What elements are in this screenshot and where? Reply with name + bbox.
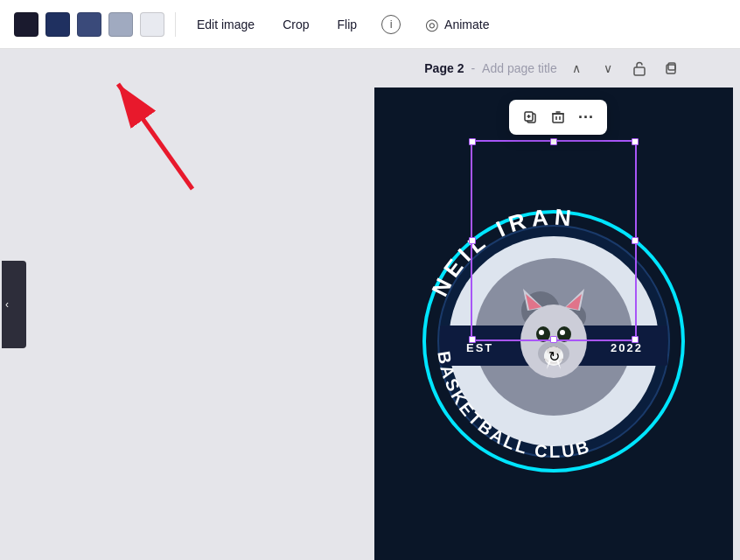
color-swatch-3[interactable] bbox=[77, 12, 101, 37]
more-dots-icon: ··· bbox=[578, 109, 594, 125]
info-button[interactable]: i bbox=[374, 10, 408, 39]
design-canvas[interactable]: EST 2022 bbox=[374, 88, 733, 560]
canvas-container: EST 2022 bbox=[367, 49, 740, 560]
toolbar: Edit image Crop Flip i ◎ Animate bbox=[0, 0, 740, 49]
svg-text:2022: 2022 bbox=[611, 341, 643, 354]
main-area: ‹ Page 2 - Add page title ∧ ∨ bbox=[0, 49, 740, 560]
previous-page-thumbnail[interactable]: ‹ bbox=[2, 261, 26, 348]
logo-svg: EST 2022 bbox=[374, 88, 733, 560]
animate-button[interactable]: ◎ Animate bbox=[415, 10, 499, 39]
animate-label: Animate bbox=[444, 18, 489, 32]
svg-line-1 bbox=[118, 84, 192, 189]
edit-image-label: Edit image bbox=[197, 18, 255, 32]
crop-button[interactable]: Crop bbox=[272, 12, 319, 37]
flip-label: Flip bbox=[338, 18, 358, 32]
color-swatch-1[interactable] bbox=[14, 12, 38, 37]
trash-icon bbox=[551, 110, 565, 124]
svg-text:EST: EST bbox=[466, 341, 493, 354]
left-panel: ‹ bbox=[0, 49, 367, 560]
flip-button[interactable]: Flip bbox=[327, 12, 368, 37]
animate-circle-icon: ◎ bbox=[425, 15, 439, 34]
color-swatch-5[interactable] bbox=[140, 12, 164, 37]
color-swatch-4[interactable] bbox=[108, 12, 133, 37]
toolbar-divider-1 bbox=[175, 12, 176, 37]
svg-rect-34 bbox=[553, 114, 563, 122]
crop-label: Crop bbox=[283, 18, 309, 32]
page-thumbnail-strip: ‹ bbox=[0, 261, 28, 348]
context-more-button[interactable]: ··· bbox=[572, 103, 600, 131]
context-copy-button[interactable] bbox=[516, 103, 544, 131]
svg-point-23 bbox=[560, 330, 565, 335]
svg-point-22 bbox=[539, 330, 544, 335]
info-icon: i bbox=[381, 15, 401, 34]
edit-image-button[interactable]: Edit image bbox=[186, 12, 265, 37]
thumbnail-arrow-icon: ‹ bbox=[5, 298, 9, 311]
right-panel: Page 2 - Add page title ∧ ∨ bbox=[367, 49, 740, 560]
annotation-arrow bbox=[87, 66, 271, 198]
svg-point-25 bbox=[547, 346, 561, 355]
color-swatch-2[interactable] bbox=[45, 12, 70, 37]
copy-plus-icon bbox=[522, 109, 538, 125]
context-menu: ··· bbox=[509, 100, 607, 135]
context-delete-button[interactable] bbox=[544, 103, 572, 131]
